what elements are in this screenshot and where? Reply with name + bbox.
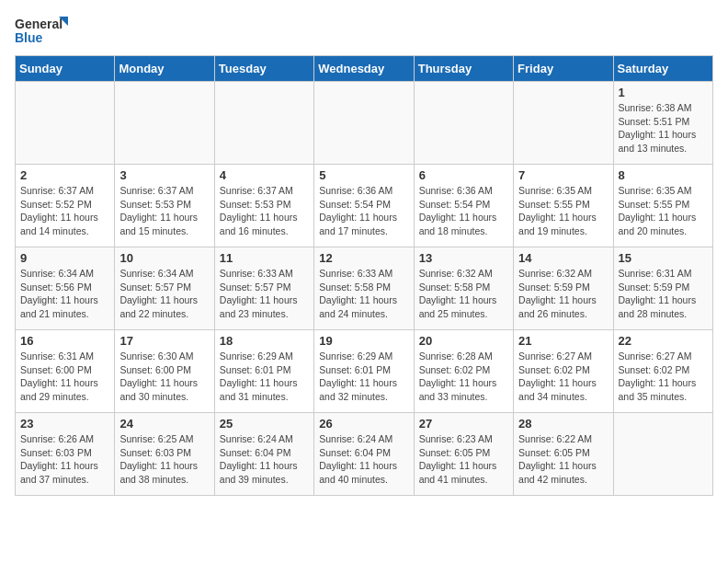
calendar-cell: 17Sunrise: 6:30 AMSunset: 6:00 PMDayligh…	[115, 330, 214, 413]
day-info: Sunrise: 6:37 AMSunset: 5:52 PMDaylight:…	[20, 184, 109, 238]
day-info: Sunrise: 6:37 AMSunset: 5:53 PMDaylight:…	[220, 184, 309, 238]
day-info: Sunrise: 6:33 AMSunset: 5:57 PMDaylight:…	[220, 267, 309, 321]
day-info: Sunrise: 6:34 AMSunset: 5:57 PMDaylight:…	[119, 267, 209, 321]
day-number: 22	[619, 334, 708, 348]
calendar-cell: 3Sunrise: 6:37 AMSunset: 5:53 PMDaylight…	[115, 165, 214, 247]
calendar-cell	[414, 82, 513, 165]
day-info: Sunrise: 6:35 AMSunset: 5:55 PMDaylight:…	[518, 184, 608, 238]
day-info: Sunrise: 6:36 AMSunset: 5:54 PMDaylight:…	[319, 184, 408, 238]
day-info: Sunrise: 6:23 AMSunset: 6:05 PMDaylight:…	[419, 432, 508, 487]
day-number: 9	[20, 251, 109, 265]
day-number: 7	[518, 168, 608, 182]
day-info: Sunrise: 6:27 AMSunset: 6:02 PMDaylight:…	[518, 350, 608, 404]
weekday-header-thursday: Thursday	[414, 56, 513, 82]
calendar-cell: 9Sunrise: 6:34 AMSunset: 5:56 PMDaylight…	[16, 247, 115, 330]
weekday-header-friday: Friday	[514, 56, 613, 82]
day-info: Sunrise: 6:28 AMSunset: 6:02 PMDaylight:…	[419, 350, 508, 404]
calendar-week-row: 1Sunrise: 6:38 AMSunset: 5:51 PMDaylight…	[16, 82, 713, 165]
day-number: 21	[518, 334, 608, 348]
day-info: Sunrise: 6:25 AMSunset: 6:03 PMDaylight:…	[119, 432, 209, 487]
weekday-header-wednesday: Wednesday	[314, 56, 414, 82]
day-info: Sunrise: 6:38 AMSunset: 5:51 PMDaylight:…	[619, 101, 708, 155]
day-info: Sunrise: 6:29 AMSunset: 6:01 PMDaylight:…	[319, 350, 408, 404]
logo: GeneralBlue	[15, 15, 70, 48]
day-info: Sunrise: 6:32 AMSunset: 5:59 PMDaylight:…	[518, 267, 608, 321]
calendar-body: 1Sunrise: 6:38 AMSunset: 5:51 PMDaylight…	[16, 82, 713, 496]
day-number: 13	[419, 251, 508, 265]
day-number: 10	[119, 251, 209, 265]
calendar-cell: 24Sunrise: 6:25 AMSunset: 6:03 PMDayligh…	[115, 413, 214, 496]
day-number: 26	[319, 417, 408, 431]
day-number: 19	[319, 334, 408, 348]
calendar-cell: 5Sunrise: 6:36 AMSunset: 5:54 PMDaylight…	[314, 165, 414, 247]
calendar-cell: 12Sunrise: 6:33 AMSunset: 5:58 PMDayligh…	[314, 247, 414, 330]
calendar-cell	[514, 82, 613, 165]
day-number: 3	[119, 168, 209, 182]
calendar-cell	[314, 82, 414, 165]
day-number: 1	[619, 86, 708, 99]
calendar-cell: 7Sunrise: 6:35 AMSunset: 5:55 PMDaylight…	[514, 165, 613, 247]
calendar-cell: 4Sunrise: 6:37 AMSunset: 5:53 PMDaylight…	[214, 165, 313, 247]
day-info: Sunrise: 6:31 AMSunset: 5:59 PMDaylight:…	[619, 267, 708, 321]
day-info: Sunrise: 6:24 AMSunset: 6:04 PMDaylight:…	[220, 432, 309, 487]
weekday-header-sunday: Sunday	[16, 56, 115, 82]
calendar-cell: 2Sunrise: 6:37 AMSunset: 5:52 PMDaylight…	[16, 165, 115, 247]
calendar-cell: 19Sunrise: 6:29 AMSunset: 6:01 PMDayligh…	[314, 330, 414, 413]
calendar-cell: 8Sunrise: 6:35 AMSunset: 5:55 PMDaylight…	[613, 165, 712, 247]
calendar-cell: 1Sunrise: 6:38 AMSunset: 5:51 PMDaylight…	[613, 82, 712, 165]
day-info: Sunrise: 6:26 AMSunset: 6:03 PMDaylight:…	[20, 432, 109, 487]
day-info: Sunrise: 6:35 AMSunset: 5:55 PMDaylight:…	[619, 184, 708, 238]
day-info: Sunrise: 6:36 AMSunset: 5:54 PMDaylight:…	[419, 184, 508, 238]
calendar-cell: 13Sunrise: 6:32 AMSunset: 5:58 PMDayligh…	[414, 247, 513, 330]
calendar-cell: 20Sunrise: 6:28 AMSunset: 6:02 PMDayligh…	[414, 330, 513, 413]
svg-text:Blue: Blue	[15, 30, 43, 45]
day-info: Sunrise: 6:27 AMSunset: 6:02 PMDaylight:…	[619, 350, 708, 404]
day-info: Sunrise: 6:34 AMSunset: 5:56 PMDaylight:…	[20, 267, 109, 321]
calendar-cell: 10Sunrise: 6:34 AMSunset: 5:57 PMDayligh…	[115, 247, 214, 330]
calendar-cell	[115, 82, 214, 165]
day-info: Sunrise: 6:22 AMSunset: 6:05 PMDaylight:…	[518, 432, 608, 487]
day-number: 14	[518, 251, 608, 265]
calendar-cell: 26Sunrise: 6:24 AMSunset: 6:04 PMDayligh…	[314, 413, 414, 496]
calendar-cell: 6Sunrise: 6:36 AMSunset: 5:54 PMDaylight…	[414, 165, 513, 247]
day-number: 5	[319, 168, 408, 182]
calendar-cell: 28Sunrise: 6:22 AMSunset: 6:05 PMDayligh…	[514, 413, 613, 496]
day-info: Sunrise: 6:24 AMSunset: 6:04 PMDaylight:…	[319, 432, 408, 487]
day-number: 16	[20, 334, 109, 348]
day-info: Sunrise: 6:30 AMSunset: 6:00 PMDaylight:…	[119, 350, 209, 404]
calendar-header-row: SundayMondayTuesdayWednesdayThursdayFrid…	[16, 56, 713, 82]
day-number: 28	[518, 417, 608, 431]
calendar-cell	[16, 82, 115, 165]
weekday-header-tuesday: Tuesday	[214, 56, 313, 82]
day-number: 11	[220, 251, 309, 265]
calendar-cell: 18Sunrise: 6:29 AMSunset: 6:01 PMDayligh…	[214, 330, 313, 413]
calendar-cell: 27Sunrise: 6:23 AMSunset: 6:05 PMDayligh…	[414, 413, 513, 496]
day-number: 27	[419, 417, 508, 431]
calendar-cell: 16Sunrise: 6:31 AMSunset: 6:00 PMDayligh…	[16, 330, 115, 413]
weekday-header-monday: Monday	[115, 56, 214, 82]
calendar-cell: 21Sunrise: 6:27 AMSunset: 6:02 PMDayligh…	[514, 330, 613, 413]
calendar-cell: 15Sunrise: 6:31 AMSunset: 5:59 PMDayligh…	[613, 247, 712, 330]
calendar-cell: 11Sunrise: 6:33 AMSunset: 5:57 PMDayligh…	[214, 247, 313, 330]
calendar-cell: 14Sunrise: 6:32 AMSunset: 5:59 PMDayligh…	[514, 247, 613, 330]
header: GeneralBlue	[15, 15, 713, 48]
day-number: 17	[119, 334, 209, 348]
day-number: 24	[119, 417, 209, 431]
calendar-cell	[214, 82, 313, 165]
day-number: 2	[20, 168, 109, 182]
day-info: Sunrise: 6:31 AMSunset: 6:00 PMDaylight:…	[20, 350, 109, 404]
day-number: 23	[20, 417, 109, 431]
calendar-cell: 22Sunrise: 6:27 AMSunset: 6:02 PMDayligh…	[613, 330, 712, 413]
day-number: 6	[419, 168, 508, 182]
calendar-week-row: 23Sunrise: 6:26 AMSunset: 6:03 PMDayligh…	[16, 413, 713, 496]
day-info: Sunrise: 6:37 AMSunset: 5:53 PMDaylight:…	[119, 184, 209, 238]
day-info: Sunrise: 6:33 AMSunset: 5:58 PMDaylight:…	[319, 267, 408, 321]
calendar-cell	[613, 413, 712, 496]
day-number: 15	[619, 251, 708, 265]
day-number: 12	[319, 251, 408, 265]
calendar-cell: 25Sunrise: 6:24 AMSunset: 6:04 PMDayligh…	[214, 413, 313, 496]
calendar-week-row: 16Sunrise: 6:31 AMSunset: 6:00 PMDayligh…	[16, 330, 713, 413]
svg-text:General: General	[15, 17, 63, 31]
day-number: 25	[220, 417, 309, 431]
calendar-cell: 23Sunrise: 6:26 AMSunset: 6:03 PMDayligh…	[16, 413, 115, 496]
